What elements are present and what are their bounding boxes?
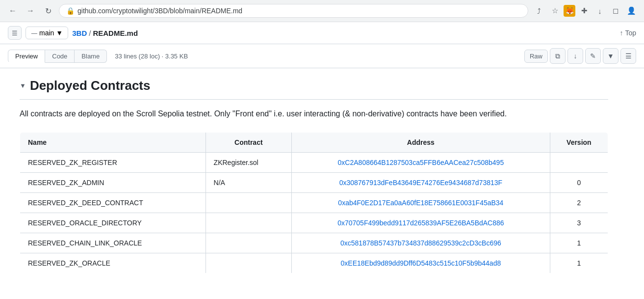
collapse-icon[interactable]: ▼ — [20, 82, 26, 89]
cell-contract — [206, 192, 291, 213]
sidebar-toggle-icon: ☰ — [12, 29, 18, 37]
cell-name: RESERVED_ZK_REGISTER — [20, 152, 206, 172]
browser-chrome: ← → ↻ 🔒 github.com/cryptotwilight/3BD/bl… — [0, 0, 644, 22]
cell-contract — [206, 233, 291, 253]
edit-button[interactable]: ✎ — [585, 48, 601, 64]
raw-button[interactable]: Raw — [524, 50, 548, 63]
file-actions: Raw ⧉ ↓ ✎ ▼ ☰ — [524, 48, 636, 64]
git-branch-icon: ⸻ — [31, 29, 37, 37]
cell-version: 0 — [550, 172, 608, 192]
share-button[interactable]: ⤴ — [532, 4, 546, 18]
address-link[interactable]: 0xc581878B57437b734837d88629539c2cD3cBc6… — [340, 239, 501, 247]
col-name: Name — [20, 132, 206, 152]
top-button-icon: ↑ — [619, 29, 623, 37]
chevron-down-icon: ▼ — [607, 52, 614, 60]
branch-name: main — [39, 29, 54, 37]
breadcrumb-repo-link[interactable]: 3BD — [72, 29, 87, 37]
table-row: RESERVED_ZK_ORACLE0xEE18Ebd9d89dd9Dff6D5… — [20, 253, 608, 273]
address-link[interactable]: 0xEE18Ebd9d89dd9Dff6D5483c515c10F5b9b44a… — [341, 259, 501, 267]
address-link[interactable]: 0x70705F499bedd9117d265839AF5E26BA5BdAC8… — [337, 219, 504, 227]
fox-extension-icon[interactable]: 🦊 — [564, 5, 575, 17]
download-icon: ↓ — [574, 52, 577, 60]
breadcrumb-separator: / — [89, 29, 91, 37]
branch-selector[interactable]: ⸻ main ▼ — [26, 27, 68, 39]
toc-button[interactable]: ☰ — [620, 48, 636, 64]
copy-icon: ⧉ — [555, 52, 560, 60]
cell-address: 0xC2A808664B1287503ca5FFB6eAACea27c508b4… — [292, 152, 550, 172]
cell-name: RESERVED_ORACLE_DIRECTORY — [20, 213, 206, 233]
window-button[interactable]: ◻ — [609, 4, 622, 18]
cell-contract: ZKRegister.sol — [206, 152, 291, 172]
lock-icon: 🔒 — [66, 7, 75, 15]
main-content: ▼ Deployed Contracts All contracts are d… — [0, 68, 628, 273]
description-text: All contracts are deployed on the Scroll… — [20, 100, 608, 128]
cell-name: RESERVED_ZK_DEED_CONTRACT — [20, 192, 206, 213]
breadcrumb-file: README.md — [93, 29, 138, 37]
back-button[interactable]: ← — [6, 4, 20, 18]
profile-button[interactable]: 👤 — [624, 4, 638, 18]
address-link[interactable]: 0x308767913dFeB43649E74276Ee9434687d7381… — [339, 179, 502, 187]
top-button[interactable]: ↑ Top — [619, 29, 636, 37]
cell-address: 0xc581878B57437b734837d88629539c2cD3cBc6… — [292, 233, 550, 253]
table-row: RESERVED_ZK_REGISTERZKRegister.sol0xC2A8… — [20, 152, 608, 172]
github-header: ☰ ⸻ main ▼ 3BD / README.md ↑ Top — [0, 22, 644, 44]
cell-version: 2 — [550, 192, 608, 213]
table-header-row: Name Contract Address Version — [20, 132, 608, 152]
more-button[interactable]: ▼ — [603, 48, 618, 64]
page-title: Deployed Contracts — [30, 78, 151, 93]
download-button[interactable]: ↓ — [593, 4, 607, 18]
download-button[interactable]: ↓ — [567, 48, 583, 64]
tab-blame[interactable]: Blame — [75, 50, 107, 63]
table-body: RESERVED_ZK_REGISTERZKRegister.sol0xC2A8… — [20, 152, 608, 273]
top-button-label: Top — [625, 29, 636, 37]
copy-button[interactable]: ⧉ — [550, 48, 566, 64]
toc-icon: ☰ — [625, 52, 632, 60]
file-meta: 33 lines (28 loc) · 3.35 KB — [115, 53, 188, 60]
file-tabs: Preview Code Blame — [8, 50, 107, 63]
header-left: ☰ ⸻ main ▼ 3BD / README.md — [8, 26, 138, 40]
url-text: github.com/cryptotwilight/3BD/blob/main/… — [77, 7, 242, 15]
cell-contract: N/A — [206, 172, 291, 192]
section-heading: ▼ Deployed Contracts — [20, 68, 608, 100]
cell-version — [550, 152, 608, 172]
cell-name: RESERVED_ZK_ORACLE — [20, 253, 206, 273]
contracts-table: Name Contract Address Version RESERVED_Z… — [20, 132, 608, 273]
forward-button[interactable]: → — [24, 4, 37, 18]
cell-version: 3 — [550, 213, 608, 233]
tab-code[interactable]: Code — [45, 50, 75, 63]
puzzle-button[interactable]: ✚ — [577, 4, 591, 18]
table-row: RESERVED_ORACLE_DIRECTORY0x70705F499bedd… — [20, 213, 608, 233]
address-link[interactable]: 0xC2A808664B1287503ca5FFB6eAACea27c508b4… — [338, 159, 504, 166]
table-row: RESERVED_ZK_DEED_CONTRACT0xab4F0E2D17Ea0… — [20, 192, 608, 213]
col-contract: Contract — [206, 132, 291, 152]
table-head: Name Contract Address Version — [20, 132, 608, 152]
cell-contract — [206, 213, 291, 233]
col-address: Address — [292, 132, 550, 152]
bookmark-button[interactable]: ☆ — [548, 4, 562, 18]
tab-preview[interactable]: Preview — [8, 50, 45, 63]
cell-address: 0x308767913dFeB43649E74276Ee9434687d7381… — [292, 172, 550, 192]
browser-actions: ⤴ ☆ 🦊 ✚ ↓ ◻ 👤 — [532, 4, 638, 18]
address-bar[interactable]: 🔒 github.com/cryptotwilight/3BD/blob/mai… — [59, 4, 528, 18]
cell-name: RESERVED_CHAIN_LINK_ORACLE — [20, 233, 206, 253]
breadcrumb: 3BD / README.md — [72, 29, 138, 37]
cell-version: 1 — [550, 253, 608, 273]
edit-icon: ✎ — [590, 52, 596, 60]
file-toolbar: Preview Code Blame 33 lines (28 loc) · 3… — [0, 44, 644, 68]
sidebar-toggle-button[interactable]: ☰ — [8, 26, 22, 40]
cell-name: RESERVED_ZK_ADMIN — [20, 172, 206, 192]
address-link[interactable]: 0xab4F0E2D17Ea0aA60fE18E758661E0031F45aB… — [338, 199, 503, 207]
table-row: RESERVED_CHAIN_LINK_ORACLE0xc581878B5743… — [20, 233, 608, 253]
cell-address: 0xab4F0E2D17Ea0aA60fE18E758661E0031F45aB… — [292, 192, 550, 213]
refresh-button[interactable]: ↻ — [41, 4, 55, 18]
cell-version: 1 — [550, 233, 608, 253]
table-row: RESERVED_ZK_ADMINN/A0x308767913dFeB43649… — [20, 172, 608, 192]
cell-contract — [206, 253, 291, 273]
branch-dropdown-icon: ▼ — [56, 29, 63, 37]
col-version: Version — [550, 132, 608, 152]
cell-address: 0xEE18Ebd9d89dd9Dff6D5483c515c10F5b9b44a… — [292, 253, 550, 273]
cell-address: 0x70705F499bedd9117d265839AF5E26BA5BdAC8… — [292, 213, 550, 233]
